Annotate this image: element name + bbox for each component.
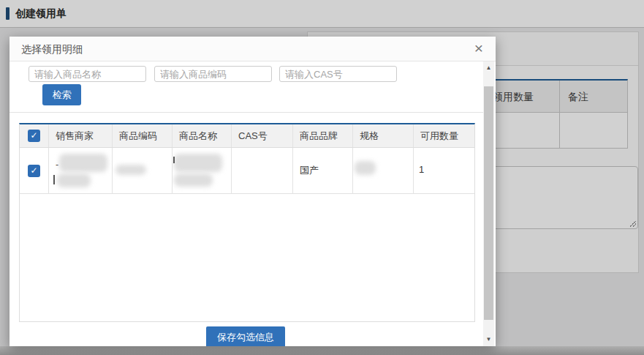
redacted-text xyxy=(174,154,222,172)
spec-cell xyxy=(353,148,414,193)
column-header-brand: 商品品牌 xyxy=(293,124,353,147)
brand-cell: 国产 xyxy=(293,148,353,193)
redacted-text xyxy=(115,165,146,175)
redacted-text xyxy=(59,154,107,172)
scroll-up-icon[interactable]: ▲ xyxy=(483,61,494,75)
table-header-row: ✓ 销售商家 商品编码 商品名称 CAS号 商品品牌 规格 可用数量 xyxy=(20,124,474,148)
table-empty-area xyxy=(20,194,474,321)
redacted-text xyxy=(57,173,91,187)
code-cell xyxy=(113,148,173,193)
column-header-seller: 销售商家 xyxy=(49,124,113,147)
product-name-input[interactable] xyxy=(29,66,146,82)
cas-cell xyxy=(232,148,293,193)
column-header-quantity: 可用数量 xyxy=(414,124,474,147)
row-checkbox[interactable]: ✓ xyxy=(28,165,40,177)
redacted-text xyxy=(355,161,376,175)
save-selection-button[interactable]: 保存勾选信息 xyxy=(206,326,285,346)
product-code-input[interactable] xyxy=(154,66,272,82)
app-window: 创建领用单 领用数量 备注 选择领用明细 × 检索 xyxy=(0,0,644,355)
scroll-down-icon[interactable]: ▼ xyxy=(483,333,494,346)
dialog-header: 选择领用明细 × xyxy=(10,37,496,61)
column-header-spec: 规格 xyxy=(353,124,414,147)
search-button[interactable]: 检索 xyxy=(42,84,81,105)
column-header-name: 商品名称 xyxy=(173,124,232,147)
redacted-text xyxy=(173,157,175,163)
header-checkbox-cell: ✓ xyxy=(20,124,49,147)
name-cell xyxy=(173,148,232,193)
close-icon[interactable]: × xyxy=(471,39,487,58)
section-divider xyxy=(10,112,483,113)
table-row[interactable]: ✓ - 国产 xyxy=(20,148,474,194)
quantity-cell: 1 xyxy=(414,148,474,193)
row-checkbox-cell: ✓ xyxy=(20,148,49,193)
column-header-cas: CAS号 xyxy=(232,124,293,147)
scrollbar-thumb[interactable] xyxy=(484,86,493,320)
column-header-code: 商品编码 xyxy=(113,124,173,147)
redacted-text xyxy=(174,173,213,187)
select-all-checkbox[interactable]: ✓ xyxy=(28,130,40,142)
seller-cell: - xyxy=(49,148,113,193)
cas-number-input[interactable] xyxy=(279,66,397,82)
seller-visible-text: - xyxy=(56,159,58,170)
quantity-text: 1 xyxy=(419,164,424,175)
select-detail-dialog: 选择领用明细 × 检索 ✓ 销售商家 商品编码 商品名称 CAS号 商品品牌 规… xyxy=(10,37,496,346)
brand-text: 国产 xyxy=(300,164,319,177)
redacted-text xyxy=(53,175,55,184)
selection-table: ✓ 销售商家 商品编码 商品名称 CAS号 商品品牌 规格 可用数量 ✓ - xyxy=(19,123,475,322)
dialog-title: 选择领用明细 xyxy=(21,43,83,56)
